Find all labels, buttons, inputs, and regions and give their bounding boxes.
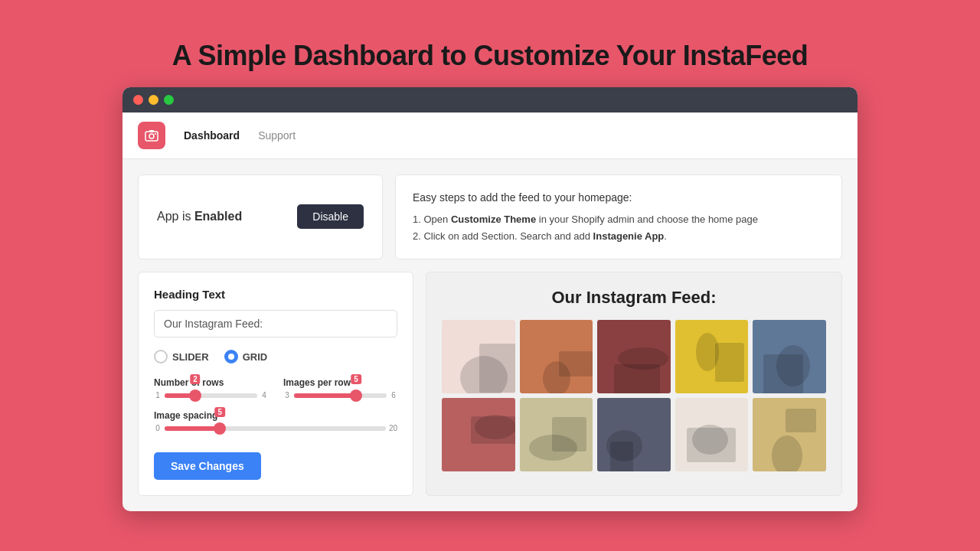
spacing-thumb[interactable]: 5	[214, 422, 226, 435]
spacing-track-row: 0 5 20	[154, 424, 397, 432]
svg-rect-0	[145, 132, 158, 141]
rows-max: 4	[260, 391, 268, 399]
rows-min: 1	[154, 391, 162, 399]
minimize-dot[interactable]	[149, 95, 158, 105]
bottom-row: Heading Text SLIDER GRID	[138, 272, 842, 496]
photo-cell	[520, 398, 593, 471]
photo-cell	[753, 398, 826, 471]
heading-text-label: Heading Text	[154, 288, 397, 301]
photo-cell	[442, 398, 515, 471]
images-label: Images per row	[283, 377, 397, 388]
nav-support[interactable]: Support	[258, 126, 296, 145]
slider-label: SLIDER	[172, 351, 209, 363]
spacing-thumb-label: 5	[214, 407, 225, 417]
top-row: App is Enabled Disable Easy steps to add…	[138, 174, 842, 260]
spacing-label: Image spacing	[154, 410, 397, 421]
close-dot[interactable]	[133, 95, 143, 105]
images-fill	[294, 393, 356, 398]
rows-slider-group: Number of rows 1 2 4	[154, 377, 268, 399]
images-slider-group: Images per row 3 5 6	[283, 377, 397, 399]
app-logo	[138, 122, 165, 149]
grid-option[interactable]: GRID	[224, 350, 268, 364]
heading-text-input[interactable]	[154, 310, 397, 337]
rows-thumb[interactable]: 2	[189, 390, 201, 402]
images-thumb-label: 5	[351, 374, 361, 384]
slider-radio[interactable]	[154, 350, 168, 364]
instruction-step1: 1. Open Customize Theme in your Shopify …	[413, 211, 825, 228]
rows-track-row: 1 2 4	[154, 391, 268, 399]
status-state: Enabled	[194, 210, 242, 223]
browser-titlebar	[122, 87, 858, 112]
preview-panel: Our Instagram Feed:	[426, 272, 842, 496]
settings-panel: Heading Text SLIDER GRID	[138, 272, 413, 496]
svg-point-3	[155, 133, 156, 135]
images-track-row: 3 5 6	[283, 391, 397, 399]
images-max: 6	[390, 391, 397, 399]
save-changes-button[interactable]: Save Changes	[154, 452, 261, 480]
app-nav: Dashboard Support	[122, 112, 858, 159]
layout-options: SLIDER GRID	[154, 350, 397, 364]
photo-cell	[753, 320, 826, 393]
photo-cell	[442, 320, 515, 393]
spacing-fill	[165, 426, 220, 431]
rows-label: Number of rows	[154, 377, 268, 388]
images-track[interactable]: 5	[294, 393, 387, 398]
main-content: App is Enabled Disable Easy steps to add…	[122, 159, 858, 512]
spacing-max: 20	[389, 424, 397, 432]
images-min: 3	[283, 391, 291, 399]
images-thumb[interactable]: 5	[350, 390, 362, 402]
instructions-box: Easy steps to add the feed to your homep…	[395, 174, 842, 260]
browser-window: Dashboard Support App is Enabled Disable…	[122, 87, 858, 512]
preview-title: Our Instagram Feed:	[442, 288, 826, 308]
rows-thumb-label: 2	[190, 374, 201, 384]
photo-cell	[675, 398, 749, 471]
status-prefix: App is	[157, 210, 194, 223]
photo-grid	[442, 320, 826, 471]
sliders-row: Number of rows 1 2 4	[154, 377, 397, 399]
maximize-dot[interactable]	[164, 95, 174, 105]
spacing-slider-group: Image spacing 0 5 20	[154, 410, 397, 432]
grid-radio[interactable]	[224, 350, 238, 364]
status-text: App is Enabled	[157, 210, 242, 223]
grid-label: GRID	[243, 351, 268, 363]
app-status-box: App is Enabled Disable	[138, 174, 383, 260]
rows-track[interactable]: 2	[165, 393, 257, 398]
photo-cell	[597, 398, 671, 471]
spacing-track[interactable]: 5	[165, 426, 386, 431]
instructions-intro: Easy steps to add the feed to your homep…	[413, 189, 825, 207]
spacing-min: 0	[154, 424, 162, 432]
nav-dashboard[interactable]: Dashboard	[184, 126, 240, 145]
photo-cell	[520, 320, 593, 393]
svg-rect-2	[149, 130, 154, 132]
photo-cell	[675, 320, 749, 393]
disable-button[interactable]: Disable	[297, 204, 364, 229]
page-title: A Simple Dashboard to Customize Your Ins…	[172, 40, 808, 72]
instruction-step2: 2. Click on add Section. Search and add …	[413, 228, 825, 245]
photo-cell	[597, 320, 671, 393]
camera-icon	[144, 128, 159, 143]
svg-point-1	[149, 134, 154, 139]
slider-option[interactable]: SLIDER	[154, 350, 209, 364]
